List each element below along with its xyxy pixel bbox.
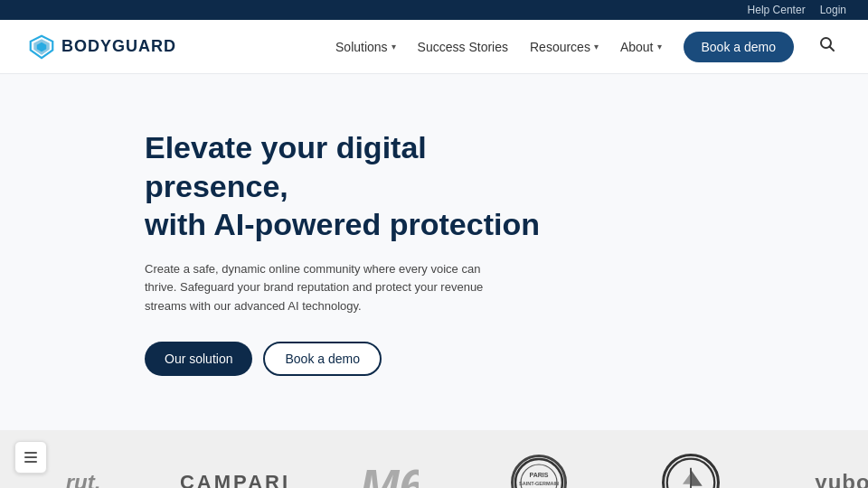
svg-text:M6: M6 bbox=[360, 460, 419, 488]
book-demo-hero-button[interactable]: Book a demo bbox=[263, 342, 382, 376]
main-nav: BODYGUARD Solutions ▾ Success Stories Re… bbox=[0, 20, 868, 74]
psg-logo-icon: PARIS SAINT-GERMAIN bbox=[514, 457, 564, 488]
book-demo-nav-button[interactable]: Book a demo bbox=[684, 32, 795, 62]
logos-section: rut. CAMPARI M6 PARIS SAINT-GERMAIN bbox=[0, 430, 868, 488]
logo[interactable]: BODYGUARD bbox=[29, 34, 176, 60]
search-button[interactable] bbox=[816, 33, 839, 61]
search-icon bbox=[819, 36, 835, 52]
nav-links: Solutions ▾ Success Stories Resources ▾ … bbox=[335, 32, 839, 62]
hero-heading: Elevate your digital presence, with AI-p… bbox=[145, 128, 561, 244]
nav-resources[interactable]: Resources ▾ bbox=[530, 40, 599, 54]
help-center-link[interactable]: Help Center bbox=[748, 4, 806, 16]
our-solution-button[interactable]: Our solution bbox=[145, 342, 252, 376]
logos-track: rut. CAMPARI M6 PARIS SAINT-GERMAIN bbox=[0, 455, 868, 488]
m6-logo-icon: M6 bbox=[355, 455, 419, 488]
hero-section: Elevate your digital presence, with AI-p… bbox=[0, 74, 868, 430]
svg-text:PARIS: PARIS bbox=[530, 472, 549, 478]
chevron-down-icon-2: ▾ bbox=[594, 42, 599, 52]
nav-solutions[interactable]: Solutions ▾ bbox=[335, 40, 396, 54]
logo-text: BODYGUARD bbox=[61, 37, 176, 56]
login-link[interactable]: Login bbox=[820, 4, 846, 16]
svg-rect-19 bbox=[24, 461, 37, 463]
chevron-down-icon-3: ▾ bbox=[657, 42, 662, 52]
svg-rect-18 bbox=[24, 456, 37, 458]
logo-m6: M6 bbox=[333, 455, 441, 488]
svg-marker-13 bbox=[691, 469, 703, 485]
svg-line-4 bbox=[830, 47, 835, 52]
pb-logo-icon: PETIT BATEAU bbox=[665, 454, 717, 488]
hero-description: Create a safe, dynamic online community … bbox=[145, 260, 488, 316]
logo-petit-bateau: PETIT BATEAU bbox=[637, 455, 745, 488]
svg-text:SAINT-GERMAIN: SAINT-GERMAIN bbox=[519, 481, 559, 486]
logo-paris-sg: PARIS SAINT-GERMAIN bbox=[485, 455, 593, 488]
logo-icon bbox=[29, 34, 54, 60]
nav-success-stories[interactable]: Success Stories bbox=[418, 40, 508, 54]
chevron-down-icon: ▾ bbox=[392, 42, 396, 52]
svg-rect-17 bbox=[24, 452, 37, 454]
nav-about[interactable]: About ▾ bbox=[620, 40, 662, 54]
top-bar: Help Center Login bbox=[0, 0, 868, 20]
svg-marker-14 bbox=[683, 473, 691, 484]
hero-buttons: Our solution Book a demo bbox=[145, 342, 723, 376]
scroll-icon bbox=[22, 448, 40, 466]
logo-campari: CAMPARI bbox=[181, 455, 289, 488]
logo-yubo: yubo bbox=[788, 455, 868, 488]
scroll-indicator[interactable] bbox=[14, 441, 47, 474]
